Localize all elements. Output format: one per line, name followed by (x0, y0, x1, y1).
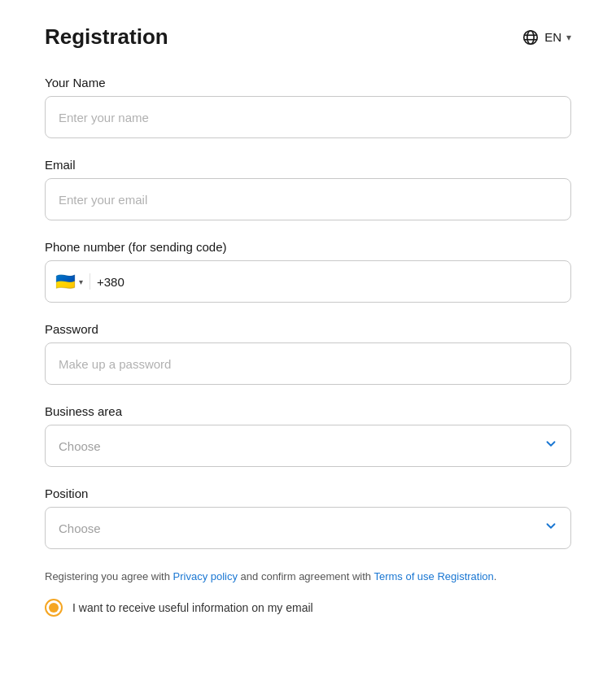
position-field-group: Position Choose (45, 486, 571, 549)
flag-dropdown-icon: ▾ (79, 277, 83, 286)
phone-wrapper: 🇺🇦 ▾ +380 (45, 260, 571, 303)
password-label: Password (45, 322, 571, 336)
radio-inner-dot (49, 603, 59, 613)
newsletter-radio[interactable] (45, 599, 63, 617)
business-area-select-wrapper: Choose (45, 425, 571, 467)
privacy-policy-link[interactable]: Privacy policy (173, 570, 238, 582)
position-select-wrapper: Choose (45, 507, 571, 549)
phone-field-group: Phone number (for sending code) 🇺🇦 ▾ +38… (45, 240, 571, 303)
password-input[interactable] (45, 342, 571, 385)
ukraine-flag-icon: 🇺🇦 (55, 273, 76, 290)
language-selector[interactable]: EN ▾ (522, 28, 571, 46)
position-label: Position (45, 486, 571, 500)
name-label: Your Name (45, 76, 571, 89)
svg-point-1 (527, 30, 534, 44)
language-label: EN (544, 30, 561, 44)
page-title: Registration (45, 24, 168, 50)
phone-flag-selector[interactable]: 🇺🇦 ▾ (55, 273, 90, 290)
registration-form: Your Name Email Phone number (for sendin… (45, 76, 571, 617)
password-field-group: Password (45, 322, 571, 385)
phone-input[interactable] (128, 275, 561, 289)
newsletter-label: I want to receive useful information on … (72, 601, 313, 614)
email-label: Email (45, 158, 571, 172)
name-field-group: Your Name (45, 76, 571, 138)
terms-link[interactable]: Terms of use Registration (374, 570, 493, 582)
phone-label: Phone number (for sending code) (45, 240, 571, 254)
business-area-label: Business area (45, 404, 571, 418)
legal-text: Registering you agree with Privacy polic… (45, 569, 571, 586)
svg-point-0 (524, 30, 538, 44)
business-area-field-group: Business area Choose (45, 404, 571, 467)
email-field-group: Email (45, 158, 571, 220)
phone-prefix: +380 (97, 275, 125, 289)
page-header: Registration EN ▾ (45, 24, 571, 50)
name-input[interactable] (45, 96, 571, 138)
newsletter-row: I want to receive useful information on … (45, 599, 571, 617)
business-area-select[interactable]: Choose (45, 425, 571, 467)
language-chevron-icon: ▾ (566, 32, 571, 43)
email-input[interactable] (45, 178, 571, 220)
globe-icon (522, 28, 540, 46)
position-select[interactable]: Choose (45, 507, 571, 549)
